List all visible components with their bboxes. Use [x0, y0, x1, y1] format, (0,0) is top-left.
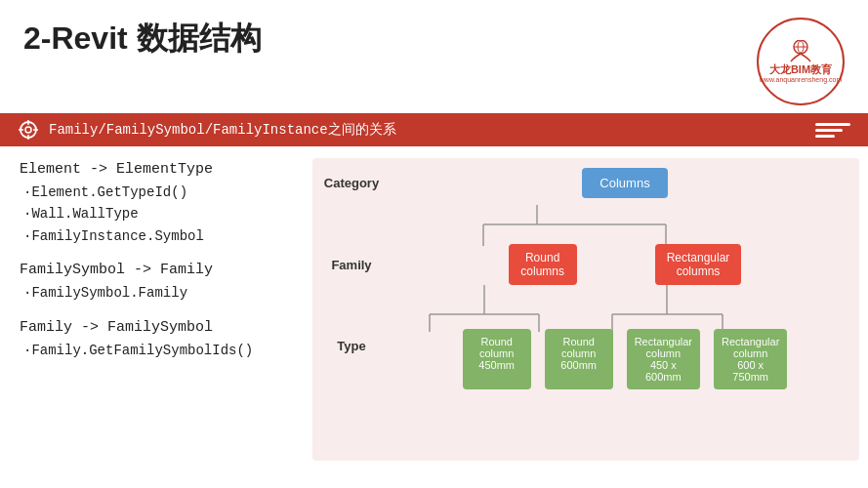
- logo-name: 大龙BIM教育: [769, 63, 832, 76]
- category-label: Category: [312, 176, 391, 190]
- type-label: Type: [312, 329, 391, 353]
- family-row: Family Round columns Rectangular columns: [312, 244, 859, 285]
- family-content: Round columns Rectangular columns: [391, 244, 859, 285]
- left-column: Element -> ElementType ·Element.GetTypeI…: [20, 158, 293, 488]
- connector-lines: [312, 158, 859, 461]
- type-content: Round column 450mm Round column 600mm Re…: [391, 329, 859, 389]
- type-box-3: Rectangular column 450 x 600mm: [627, 329, 700, 389]
- category-row: Category Columns: [312, 168, 859, 198]
- tree-diagram: Category Columns Family Round columns Re…: [312, 158, 859, 461]
- block-family: Family -> FamilySymbol ·Family.GetFamily…: [20, 316, 293, 361]
- columns-box: Columns: [582, 168, 667, 198]
- type-box-4: Rectangular column 600 x 750mm: [714, 329, 787, 389]
- banner: Family/FamilySymbol/FamilyInstance之间的关系: [0, 113, 868, 146]
- logo-url: www.anquanrensheng.com: [760, 76, 842, 83]
- header: 2-Revit 数据结构 大龙BIM教育 www.anquanrensheng.…: [0, 0, 868, 113]
- main-content: Element -> ElementType ·Element.GetTypeI…: [0, 146, 868, 488]
- bullet-gettypeid: ·Element.GetTypeId(): [20, 182, 293, 203]
- type-box-1: Round column 450mm: [463, 329, 531, 389]
- page-title: 2-Revit 数据结构: [23, 18, 262, 61]
- banner-text: Family/FamilySymbol/FamilyInstance之间的关系: [49, 121, 396, 139]
- logo: 大龙BIM教育 www.anquanrensheng.com: [757, 18, 845, 105]
- bullet-getfamilysymbolids: ·Family.GetFamilySymbolIds(): [20, 340, 293, 361]
- block-familysymbol: FamilySymbol -> Family ·FamilySymbol.Fam…: [20, 259, 293, 304]
- family-label: Family: [312, 258, 391, 272]
- block-element: Element -> ElementType ·Element.GetTypeI…: [20, 158, 293, 247]
- round-columns-box: Round columns: [509, 244, 577, 285]
- crosshair-icon: [18, 119, 39, 141]
- rectangular-columns-box: Rectangular columns: [655, 244, 742, 285]
- banner-decoration: [815, 123, 850, 138]
- logo-icon: [786, 40, 815, 63]
- type-row: Type Round column 450mm Round column 600…: [312, 329, 859, 389]
- category-content: Columns: [391, 168, 859, 198]
- familysymbol-heading: FamilySymbol -> Family: [20, 259, 293, 282]
- family-heading: Family -> FamilySymbol: [20, 316, 293, 340]
- bullet-familysymbol-family: ·FamilySymbol.Family: [20, 282, 293, 304]
- bullet-familyinstance: ·FamilyInstance.Symbol: [20, 225, 293, 247]
- element-heading: Element -> ElementType: [20, 158, 293, 182]
- svg-point-4: [25, 127, 31, 133]
- type-box-2: Round column 600mm: [545, 329, 613, 389]
- diagram-area: Category Columns Family Round columns Re…: [312, 158, 859, 488]
- bullet-walltype: ·Wall.WallType: [20, 203, 293, 224]
